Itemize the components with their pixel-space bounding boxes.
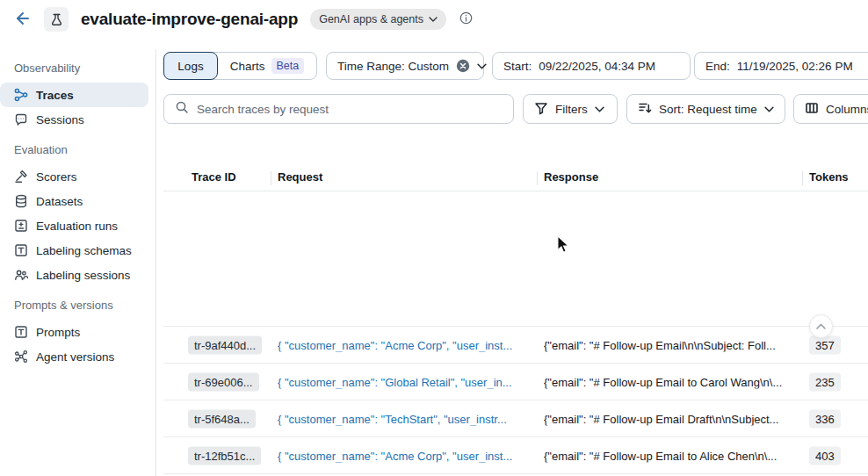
app-type-badge[interactable]: GenAI apps & agents xyxy=(310,9,446,30)
sidebar-item-evaluation-runs[interactable]: Evaluation runs xyxy=(0,213,148,238)
response-cell: {"email": "# Follow-up Email Draft\n\nSu… xyxy=(544,412,799,425)
trace-table-rows: tr-9af440d... { "customer_name": "Acme C… xyxy=(163,326,868,474)
sidebar: Observability Traces Sessions Evaluation xyxy=(0,49,156,476)
request-cell-link[interactable]: { "customer_name": "Global Retail", "use… xyxy=(278,375,529,388)
end-value: 11/19/2025, 02:26 PM xyxy=(737,60,853,73)
search-icon xyxy=(175,100,189,118)
sidebar-section-observability: Observability Traces Sessions xyxy=(0,61,156,132)
sidebar-section-label: Prompts & versions xyxy=(14,299,156,313)
sidebar-section-label: Observability xyxy=(14,61,156,76)
datasets-icon xyxy=(14,194,28,208)
table-row[interactable]: tr-12fb51c... { "customer_name": "Acme C… xyxy=(163,437,868,474)
tokens-cell: 357 xyxy=(809,335,841,354)
sidebar-item-label: Traces xyxy=(36,89,74,102)
back-button[interactable] xyxy=(12,10,32,29)
sidebar-item-label: Agent versions xyxy=(36,350,114,364)
columns-icon xyxy=(805,101,819,118)
page-title: evaluate-improve-genai-app xyxy=(81,10,298,29)
sidebar-item-labeling-schemas[interactable]: Labeling schemas xyxy=(0,238,148,263)
end-label: End: xyxy=(705,60,730,73)
sidebar-item-label: Labeling sessions xyxy=(36,269,130,282)
logs-charts-tab-group: Logs Charts Beta xyxy=(163,52,317,80)
sidebar-item-agent-versions[interactable]: Agent versions xyxy=(0,344,148,369)
response-cell: {"email": "# Follow-up Email to Carol Wa… xyxy=(544,375,799,388)
trace-id-cell[interactable]: tr-5f648a... xyxy=(188,409,256,428)
sidebar-item-label: Prompts xyxy=(36,326,80,339)
response-cell: {"email": "# Follow-up Email to Alice Ch… xyxy=(544,449,799,462)
mouse-cursor xyxy=(557,235,569,257)
end-date-field[interactable]: End: 11/19/2025, 02:26 PM xyxy=(694,52,868,80)
filter-funnel-icon xyxy=(534,101,548,118)
time-range-dropdown[interactable]: Time Range: Custom xyxy=(326,52,484,80)
column-header-tokens[interactable]: Tokens xyxy=(809,170,849,184)
app-type-badge-label: GenAI apps & agents xyxy=(319,13,423,25)
column-divider[interactable] xyxy=(271,171,271,185)
tab-charts-label: Charts xyxy=(230,60,265,73)
trace-id-cell[interactable]: tr-69e006... xyxy=(188,372,259,391)
sort-button[interactable]: Sort: Request time xyxy=(626,94,785,124)
sidebar-item-traces[interactable]: Traces xyxy=(0,83,148,107)
sidebar-item-labeling-sessions[interactable]: Labeling sessions xyxy=(0,263,148,287)
chevron-down-icon xyxy=(477,63,487,69)
app-window: evaluate-improve-genai-app GenAI apps & … xyxy=(0,0,868,476)
chevron-down-icon xyxy=(764,106,774,112)
start-date-field[interactable]: Start: 09/22/2025, 04:34 PM xyxy=(492,52,691,80)
tokens-cell: 403 xyxy=(809,446,841,465)
experiment-flask-icon xyxy=(44,7,69,32)
request-cell-link[interactable]: { "customer_name": "TechStart", "user_in… xyxy=(278,412,529,425)
scorers-icon xyxy=(14,169,28,184)
sidebar-item-datasets[interactable]: Datasets xyxy=(0,189,148,213)
column-header-response[interactable]: Response xyxy=(544,170,598,184)
start-value: 09/22/2025, 04:34 PM xyxy=(539,60,655,73)
agent-versions-icon xyxy=(14,350,28,364)
response-cell: {"email": "# Follow-up Email\n\nSubject:… xyxy=(544,338,799,351)
clear-circle-x-icon[interactable] xyxy=(456,59,470,73)
labeling-schemas-icon xyxy=(14,243,28,257)
sort-icon xyxy=(638,101,652,118)
sidebar-item-label: Sessions xyxy=(36,113,84,126)
chevron-down-icon xyxy=(429,17,438,22)
column-divider[interactable] xyxy=(802,171,803,185)
column-header-request[interactable]: Request xyxy=(278,170,322,184)
columns-button[interactable]: Columns xyxy=(793,94,868,124)
sidebar-item-label: Labeling schemas xyxy=(36,244,132,257)
filters-label: Filters xyxy=(555,103,588,116)
table-row[interactable]: tr-69e006... { "customer_name": "Global … xyxy=(163,364,868,400)
scroll-to-top-button[interactable] xyxy=(809,314,833,338)
sidebar-item-label: Datasets xyxy=(36,195,83,208)
beta-badge: Beta xyxy=(271,58,305,74)
traces-icon xyxy=(14,88,28,102)
tokens-cell: 336 xyxy=(809,409,841,428)
search-input[interactable] xyxy=(197,103,503,116)
sidebar-section-evaluation: Evaluation Scorers Datasets Evaluation r… xyxy=(0,143,156,287)
request-cell-link[interactable]: { "customer_name": "Acme Corp", "user_in… xyxy=(278,338,529,351)
chevron-down-icon xyxy=(595,106,604,112)
sessions-icon xyxy=(14,112,28,126)
column-divider[interactable] xyxy=(537,171,538,185)
table-row[interactable]: tr-5f648a... { "customer_name": "TechSta… xyxy=(163,400,868,437)
columns-label: Columns xyxy=(826,103,868,116)
info-button[interactable] xyxy=(459,11,474,28)
tab-logs[interactable]: Logs xyxy=(163,52,218,80)
sidebar-section-label: Evaluation xyxy=(14,143,156,157)
back-arrow-icon xyxy=(13,10,31,30)
sort-label: Sort: Request time xyxy=(659,103,757,116)
sidebar-item-sessions[interactable]: Sessions xyxy=(0,107,148,132)
prompts-icon xyxy=(14,325,28,339)
sidebar-item-prompts[interactable]: Prompts xyxy=(0,320,148,344)
filters-button[interactable]: Filters xyxy=(523,94,618,124)
sidebar-item-label: Evaluation runs xyxy=(36,220,118,233)
trace-id-cell[interactable]: tr-12fb51c... xyxy=(188,446,261,465)
tab-charts[interactable]: Charts Beta xyxy=(218,53,316,79)
sidebar-item-scorers[interactable]: Scorers xyxy=(0,164,148,189)
table-header: Trace ID Request Response Tokens xyxy=(163,165,868,191)
header: evaluate-improve-genai-app GenAI apps & … xyxy=(0,0,868,39)
evaluation-runs-icon xyxy=(14,219,28,233)
column-header-trace-id[interactable]: Trace ID xyxy=(192,170,236,184)
request-cell-link[interactable]: { "customer_name": "Acme Corp", "user_in… xyxy=(278,449,529,462)
search-box xyxy=(163,94,514,124)
start-label: Start: xyxy=(503,60,532,73)
table-row[interactable]: tr-9af440d... { "customer_name": "Acme C… xyxy=(163,327,868,364)
trace-id-cell[interactable]: tr-9af440d... xyxy=(188,335,262,354)
sidebar-item-label: Scorers xyxy=(36,170,77,184)
